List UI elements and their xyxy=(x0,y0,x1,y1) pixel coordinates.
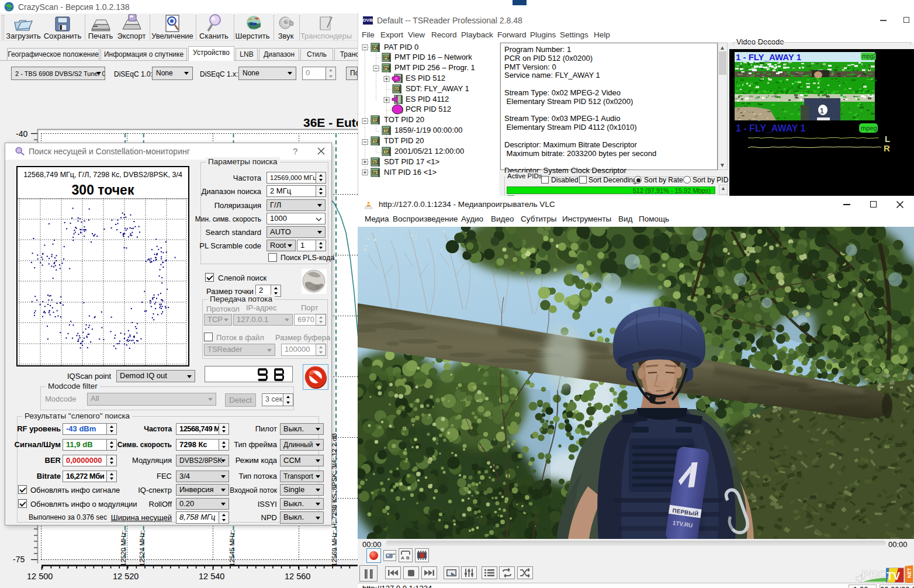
svg-text:PM: PM xyxy=(384,56,390,60)
svg-text:1 - FLY_AWAY 1: 1 - FLY_AWAY 1 xyxy=(736,123,806,133)
svg-text:PM: PM xyxy=(384,66,390,70)
svg-text:L: L xyxy=(885,134,890,144)
svg-text:NI: NI xyxy=(373,171,377,175)
svg-text:TV: TV xyxy=(887,570,900,582)
svg-text:TD: TD xyxy=(384,129,389,133)
svg-text:B: B xyxy=(406,555,410,561)
svg-text:mpeg: mpeg xyxy=(861,124,877,132)
svg-text:PA: PA xyxy=(373,46,378,50)
svg-text:-40: -40 xyxy=(16,129,27,139)
svg-text:SD: SD xyxy=(394,87,400,91)
svg-text:SD: SD xyxy=(373,160,378,164)
svg-text:R: R xyxy=(884,143,890,153)
svg-text:36E - Eutelsat 36B: 36E - Eutelsat 36B xyxy=(303,116,358,129)
svg-text:TD: TD xyxy=(373,139,378,143)
svg-text:mpg2: mpg2 xyxy=(862,53,877,60)
svg-text:1 - FLY_AWAY 1: 1 - FLY_AWAY 1 xyxy=(736,52,801,62)
svg-text:-75: -75 xyxy=(13,555,25,564)
svg-text:TD: TD xyxy=(384,150,389,154)
svg-text:1: 1 xyxy=(820,107,824,115)
svg-text:TD: TD xyxy=(373,118,378,122)
svg-text:A: A xyxy=(401,555,404,561)
svg-text:NET: NET xyxy=(906,568,912,578)
